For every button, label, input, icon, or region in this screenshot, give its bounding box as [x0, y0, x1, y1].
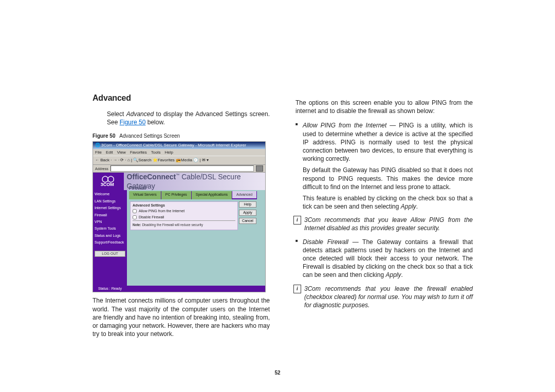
- bullet1-sub2: This feature is enabled by clicking on t…: [303, 194, 473, 211]
- bullet-disable-firewall: Disable Firewall — The Gateway contains …: [295, 238, 473, 279]
- app-header: ◯◯ 3COM OfficeConnect™ Cable/DSL Secure …: [93, 173, 265, 190]
- ie-menu-view[interactable]: View: [117, 150, 126, 156]
- sidebar-item-lan[interactable]: LAN Settings: [95, 199, 125, 203]
- intro-pre: Select: [107, 110, 126, 118]
- address-input[interactable]: [110, 165, 254, 172]
- intro-paragraph: Select Advanced to display the Advanced …: [107, 110, 270, 126]
- apply-button[interactable]: Apply: [239, 210, 256, 216]
- help-button[interactable]: Help: [239, 201, 256, 208]
- cancel-button[interactable]: Cancel: [239, 218, 256, 224]
- app-title-bold: OfficeConnect: [127, 173, 176, 181]
- panel-note-bold: Note:: [133, 223, 141, 227]
- bullet2-text-post: .: [401, 271, 402, 278]
- screenshot-figure: 🌐 3Com - OfficeConnect Cable/DSL Secure …: [92, 141, 266, 292]
- page-number: 52: [0, 370, 555, 376]
- app-body: Welcome LAN Settings Internet Settings F…: [93, 190, 265, 286]
- ie-app-icon: 🌐: [95, 142, 100, 149]
- ie-menu-bar: File Edit View Favorites Tools Help: [93, 149, 265, 156]
- content-area: Virtual Servers PC Privileges Special Ap…: [127, 190, 265, 286]
- go-button[interactable]: [256, 165, 263, 172]
- figure-label: Figure 50: [92, 133, 115, 139]
- bullet1-sub2-em: Apply: [401, 203, 416, 210]
- figure-caption-text: Advanced Settings Screen: [119, 133, 180, 139]
- bullet2-dash: —: [348, 238, 362, 246]
- bullet-list: Allow PING from the Internet — PING is a…: [295, 121, 473, 211]
- right-column: The options on this screen enable you to…: [295, 92, 473, 344]
- bullet1-sub2-pre: This feature is enabled by clicking on t…: [303, 195, 473, 210]
- ie-toolbar: ← Back · → · ⟳ · ⌂ | 🔍Search ⭐Favorites …: [93, 156, 265, 165]
- panel-divider: [133, 220, 235, 221]
- logo-3com: ◯◯ 3COM: [93, 176, 122, 188]
- option-disable-firewall: Disable Firewall: [133, 215, 235, 219]
- ie-menu-tools[interactable]: Tools: [151, 150, 161, 156]
- bullet1-term: Allow PING from the Internet: [303, 122, 386, 129]
- sidebar: Welcome LAN Settings Internet Settings F…: [93, 190, 127, 286]
- logout-button[interactable]: LOG OUT: [95, 251, 125, 257]
- logo-text: 3COM: [93, 182, 122, 188]
- note-row-2: i 3Com recommends that you leave the fir…: [293, 285, 473, 310]
- left-body-paragraph: The Internet connects millions of comput…: [92, 296, 270, 338]
- bullet-list-2: Disable Firewall — The Gateway contains …: [295, 238, 473, 279]
- tab-pc-privileges[interactable]: PC Privileges: [161, 191, 192, 199]
- ie-menu-favorites[interactable]: Favorites: [130, 150, 147, 156]
- bullet2-term: Disable Firewall: [303, 238, 348, 246]
- panel-buttons: Help Apply Cancel: [239, 201, 256, 224]
- panel-note: Note: Disabling the Firewall will reduce…: [133, 223, 235, 228]
- allow-ping-checkbox[interactable]: [133, 209, 137, 213]
- sidebar-item-status[interactable]: Status and Logs: [95, 234, 125, 238]
- figure-caption: Figure 50 Advanced Settings Screen: [92, 133, 270, 140]
- bullet1-sub2-post: .: [416, 203, 418, 210]
- ie-menu-help[interactable]: Help: [164, 150, 173, 156]
- note-row-1: i 3Com recommends that you leave Allow P…: [293, 216, 473, 232]
- right-intro: The options on this screen enable you to…: [295, 99, 473, 115]
- disable-firewall-label: Disable Firewall: [139, 215, 164, 219]
- sidebar-item-support[interactable]: Support/Feedback: [95, 240, 125, 245]
- sidebar-item-welcome[interactable]: Welcome: [95, 192, 125, 196]
- tab-virtual-servers[interactable]: Virtual Servers: [129, 191, 161, 199]
- tab-advanced[interactable]: Advanced: [232, 191, 257, 199]
- bullet2-text-em: Apply: [385, 271, 401, 278]
- status-bar: Status : Ready: [93, 286, 265, 292]
- bullet1-sub1: By default the Gateway has PING disabled…: [303, 166, 473, 191]
- advanced-panel: Advanced Settings Allow PING from the In…: [130, 201, 238, 230]
- disable-firewall-checkbox[interactable]: [133, 215, 137, 219]
- ie-title-text: 3Com - OfficeConnect Cable/DSL Secure Ga…: [101, 142, 246, 149]
- intro-em: Advanced: [126, 110, 154, 118]
- tabs: Virtual Servers PC Privileges Special Ap…: [129, 191, 265, 199]
- intro-after-link: below.: [145, 119, 164, 126]
- allow-ping-label: Allow PING from the Internet: [139, 209, 184, 213]
- ie-menu-edit[interactable]: Edit: [106, 150, 113, 156]
- note2-text: 3Com recommends that you leave the firew…: [304, 285, 473, 310]
- sidebar-item-internet[interactable]: Internet Settings: [95, 206, 125, 210]
- bullet-allow-ping: Allow PING from the Internet — PING is a…: [295, 121, 473, 211]
- section-heading: Advanced: [92, 92, 270, 104]
- left-column: Advanced Select Advanced to display the …: [92, 92, 270, 344]
- sidebar-item-firewall[interactable]: Firewall: [95, 213, 125, 217]
- option-allow-ping: Allow PING from the Internet: [133, 209, 235, 213]
- tab-special-apps[interactable]: Special Applications: [192, 191, 232, 199]
- panel-note-text: Disabling the Firewall will reduce secur…: [141, 223, 203, 227]
- ie-title-bar: 🌐 3Com - OfficeConnect Cable/DSL Secure …: [93, 142, 265, 149]
- sidebar-item-system[interactable]: System Tools: [95, 227, 125, 231]
- figure-link[interactable]: Figure 50: [120, 119, 146, 126]
- sidebar-item-vpn[interactable]: VPN: [95, 220, 125, 224]
- info-icon: i: [293, 216, 301, 225]
- ie-menu-file[interactable]: File: [95, 150, 102, 156]
- panel-title: Advanced Settings: [133, 203, 235, 208]
- note1-text: 3Com recommends that you leave Allow PIN…: [304, 216, 473, 232]
- address-label: Address: [95, 166, 108, 171]
- bullet1-dash: —: [386, 122, 399, 129]
- info-icon: i: [293, 285, 301, 293]
